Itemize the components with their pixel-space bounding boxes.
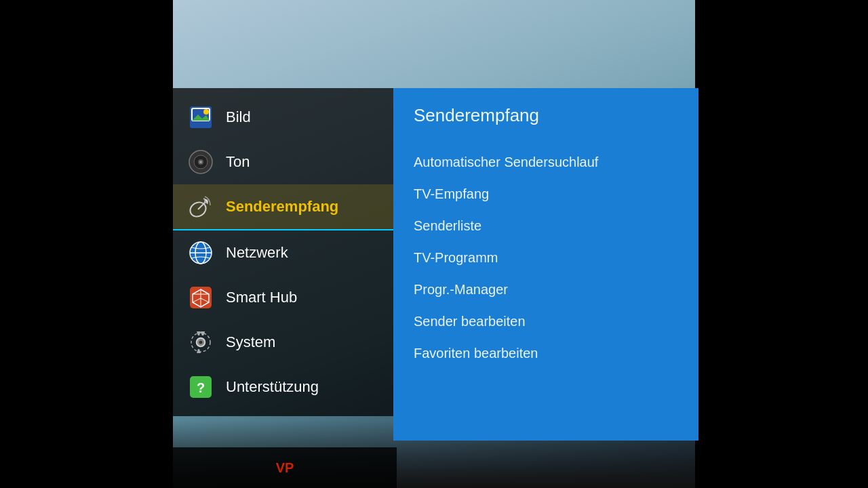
panel-title: Senderempfang — [414, 105, 678, 126]
sidebar-item-netzwerk-label: Netzwerk — [226, 244, 288, 262]
left-black-bar — [0, 0, 173, 488]
submenu-item-tv-programm[interactable]: TV-Programm — [414, 242, 678, 274]
left-menu: Bild Ton Senderempfang — [173, 88, 397, 416]
submenu-item-progr-manager[interactable]: Progr.-Manager — [414, 274, 678, 306]
sidebar-item-netzwerk[interactable]: Netzwerk — [173, 230, 397, 275]
sidebar-item-smarthub-label: Smart Hub — [226, 289, 297, 306]
sidebar-item-unterstutzung[interactable]: ? Unterstützung — [173, 365, 397, 409]
svg-point-2 — [203, 109, 209, 115]
submenu-item-favoriten-bearbeiten[interactable]: Favoriten bearbeiten — [414, 338, 678, 369]
svg-text:?: ? — [197, 380, 205, 395]
gear-icon — [186, 328, 215, 357]
satellite-icon — [186, 192, 215, 221]
sidebar-item-bild[interactable]: Bild — [173, 95, 397, 140]
submenu-item-tv-empfang[interactable]: TV-Empfang — [414, 178, 678, 210]
svg-point-24 — [199, 341, 203, 344]
submenu-item-auto-scan[interactable]: Automatischer Sendersuchlauf — [414, 146, 678, 178]
sidebar-item-system[interactable]: System — [173, 320, 397, 365]
image-icon — [186, 103, 215, 131]
sidebar-item-ton[interactable]: Ton — [173, 140, 397, 184]
speaker-icon — [186, 148, 215, 176]
right-black-bar — [695, 0, 868, 488]
help-icon: ? — [186, 373, 215, 401]
sidebar-item-ton-label: Ton — [226, 153, 250, 171]
sidebar-item-system-label: System — [226, 333, 275, 351]
network-icon — [186, 239, 215, 267]
sidebar-item-senderempfang[interactable]: Senderempfang — [173, 184, 397, 230]
sidebar-item-bild-label: Bild — [226, 108, 251, 126]
vp-logo: VP — [276, 460, 294, 476]
svg-point-7 — [199, 161, 202, 163]
sidebar-item-senderempfang-label: Senderempfang — [226, 198, 338, 216]
bottom-bar: VP — [173, 447, 397, 488]
sidebar-item-unterstutzung-label: Unterstützung — [226, 378, 319, 396]
sidebar-item-smarthub[interactable]: Smart Hub — [173, 275, 397, 320]
submenu-item-sender-bearbeiten[interactable]: Sender bearbeiten — [414, 306, 678, 338]
submenu-item-senderliste[interactable]: Senderliste — [414, 210, 678, 242]
right-panel: Senderempfang Automatischer Sendersuchla… — [393, 88, 698, 441]
smarthub-icon — [186, 283, 215, 312]
